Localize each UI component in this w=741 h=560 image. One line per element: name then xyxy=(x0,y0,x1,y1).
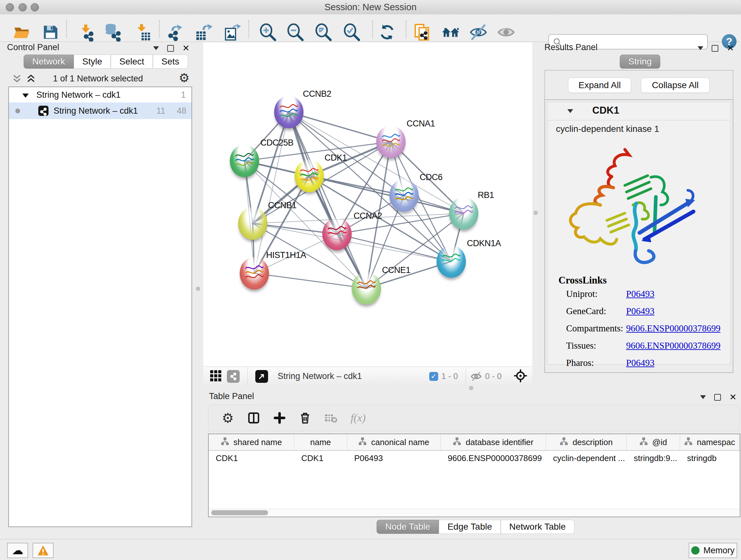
crosslink-link[interactable]: P06493 xyxy=(626,306,655,316)
column-header-name[interactable]: name xyxy=(294,434,347,450)
panel-close-icon[interactable]: ✕ xyxy=(729,395,737,400)
tab-edge-table[interactable]: Edge Table xyxy=(439,520,501,534)
column-header-database-identifier[interactable]: database identifier xyxy=(441,434,546,450)
panel-float-icon[interactable] xyxy=(712,45,718,52)
save-session-button[interactable] xyxy=(41,23,60,42)
first-neighbors-button[interactable] xyxy=(441,23,460,42)
birds-eye-view-icon[interactable] xyxy=(514,369,527,384)
table-cell[interactable]: 9606.ENSP00000378699 xyxy=(441,451,546,465)
tab-style[interactable]: Style xyxy=(74,55,111,69)
panel-float-icon[interactable] xyxy=(714,394,721,401)
panel-float-icon[interactable] xyxy=(167,45,174,52)
column-header-canonical-name[interactable]: canonical name xyxy=(347,434,441,450)
import-table-from-file-button[interactable] xyxy=(133,23,151,42)
node-CDC25B[interactable] xyxy=(230,145,259,177)
protein-entry-header[interactable]: CDK1 xyxy=(548,102,730,120)
crosslink-link[interactable]: 9606.ENSP00000378699 xyxy=(626,340,721,351)
zoom-in-button[interactable] xyxy=(259,23,277,42)
cloud-button[interactable]: ☁ xyxy=(7,543,28,558)
table-cell[interactable]: cyclin-dependent ... xyxy=(546,451,627,465)
network-canvas[interactable]: CCNB2CCNA1CDC25BCDK1CDC6RB1CCNB1CCNA2CDK… xyxy=(203,43,532,367)
panel-close-icon[interactable]: ✕ xyxy=(727,46,734,51)
open-session-button[interactable] xyxy=(12,23,31,42)
hidden-eye-icon[interactable] xyxy=(470,371,482,382)
node-CCNA2[interactable] xyxy=(322,218,352,250)
hide-selected-button[interactable] xyxy=(469,23,488,42)
network-row[interactable]: String Network – cdk1 1148 xyxy=(9,103,192,119)
column-header-@id[interactable]: @id xyxy=(627,434,680,450)
tab-network-table[interactable]: Network Table xyxy=(501,520,575,534)
node-CCNB1[interactable] xyxy=(238,207,267,240)
collection-expand-icon[interactable] xyxy=(22,94,29,98)
collapse-all-icon[interactable] xyxy=(12,74,22,84)
tab-sets[interactable]: Sets xyxy=(153,55,188,69)
node-CCNE1[interactable] xyxy=(352,272,381,305)
node-CDC6[interactable] xyxy=(389,179,419,212)
function-builder-icon[interactable]: f(x) xyxy=(351,412,366,424)
table-cell[interactable]: stringdb:9... xyxy=(627,451,680,465)
zoom-selected-button[interactable] xyxy=(343,23,361,42)
delete-table-icon[interactable] xyxy=(325,412,337,424)
open-in-window-icon[interactable] xyxy=(255,370,268,383)
table-row[interactable]: CDK1CDK1P064939606.ENSP00000378699cyclin… xyxy=(209,451,740,465)
zoom-out-button[interactable] xyxy=(286,23,305,42)
table-horizontal-scrollbar[interactable] xyxy=(209,509,740,516)
column-header-shared-name[interactable]: shared name xyxy=(209,434,294,450)
scrollbar-thumb[interactable] xyxy=(211,510,268,515)
network-collection-row[interactable]: String Network – cdk1 1 xyxy=(9,87,192,103)
crosslink-link[interactable]: 9606.ENSP00000378699 xyxy=(626,323,721,334)
selected-checkbox-icon[interactable]: ✓ xyxy=(429,372,438,381)
crosslink-link[interactable]: P06493 xyxy=(626,289,655,299)
import-network-from-file-button[interactable] xyxy=(77,23,96,42)
expand-all-button[interactable]: Expand All xyxy=(568,78,631,93)
column-header-namespac[interactable]: namespac xyxy=(680,434,739,450)
network-options-gear-icon[interactable]: ⚙ xyxy=(179,72,190,84)
panel-collapse-icon[interactable] xyxy=(697,46,703,50)
panel-close-icon[interactable]: ✕ xyxy=(182,46,190,51)
zoom-fit-button[interactable] xyxy=(314,23,333,42)
node-CCNB2[interactable] xyxy=(274,96,304,128)
export-network-button[interactable] xyxy=(166,23,185,42)
tab-network[interactable]: Network xyxy=(23,55,74,69)
control-panel: Control Panel ✕ NetworkStyleSelectSets 1… xyxy=(3,43,194,537)
network-badge-icon[interactable] xyxy=(227,370,240,383)
table-cell[interactable]: P06493 xyxy=(347,451,441,465)
crosslink-link[interactable]: P06493 xyxy=(626,358,655,368)
clone-network-button[interactable] xyxy=(413,23,431,42)
edge-CCNB2-HIST1H1A[interactable] xyxy=(254,112,289,273)
warnings-button[interactable] xyxy=(32,543,54,558)
show-all-button[interactable] xyxy=(497,23,515,42)
node-RB1[interactable] xyxy=(449,197,478,230)
node-CDKN1A[interactable] xyxy=(436,245,466,278)
delete-column-trash-icon[interactable] xyxy=(299,412,311,424)
table-settings-gear-icon[interactable]: ⚙ xyxy=(222,410,234,426)
edge-CCNB2-CCNA1[interactable] xyxy=(289,112,391,142)
table-cell[interactable]: stringdb xyxy=(680,451,739,465)
tab-string[interactable]: String xyxy=(620,55,660,69)
horizontal-splitter-handle[interactable] xyxy=(469,386,473,390)
tab-select[interactable]: Select xyxy=(111,55,153,69)
table-cell[interactable]: CDK1 xyxy=(294,451,347,465)
node-CDK1[interactable] xyxy=(294,160,324,192)
entry-collapse-icon[interactable] xyxy=(567,109,573,113)
tab-node-table[interactable]: Node Table xyxy=(377,520,439,534)
refresh-button[interactable] xyxy=(378,23,396,42)
import-network-from-database-button[interactable] xyxy=(104,23,122,42)
column-header-description[interactable]: description xyxy=(546,434,627,450)
grid-view-icon[interactable] xyxy=(210,370,222,383)
export-table-button[interactable] xyxy=(194,23,212,42)
node-CCNA1[interactable] xyxy=(376,125,406,158)
right-splitter-handle[interactable] xyxy=(534,211,538,215)
table-cell[interactable]: CDK1 xyxy=(209,451,294,465)
edge-CCNB2-CCNE1[interactable] xyxy=(289,112,366,288)
add-column-icon[interactable] xyxy=(273,412,286,424)
panel-collapse-icon[interactable] xyxy=(700,395,706,399)
export-image-button[interactable] xyxy=(222,23,241,42)
node-HIST1H1A[interactable] xyxy=(240,257,269,290)
memory-button[interactable]: Memory xyxy=(689,543,737,558)
show-columns-icon[interactable] xyxy=(247,412,260,424)
left-splitter-handle[interactable] xyxy=(196,287,200,291)
edge-HIST1H1A-CCNE1[interactable] xyxy=(254,273,366,288)
collapse-all-button[interactable]: Collapse All xyxy=(641,78,710,93)
panel-collapse-icon[interactable] xyxy=(153,46,159,50)
